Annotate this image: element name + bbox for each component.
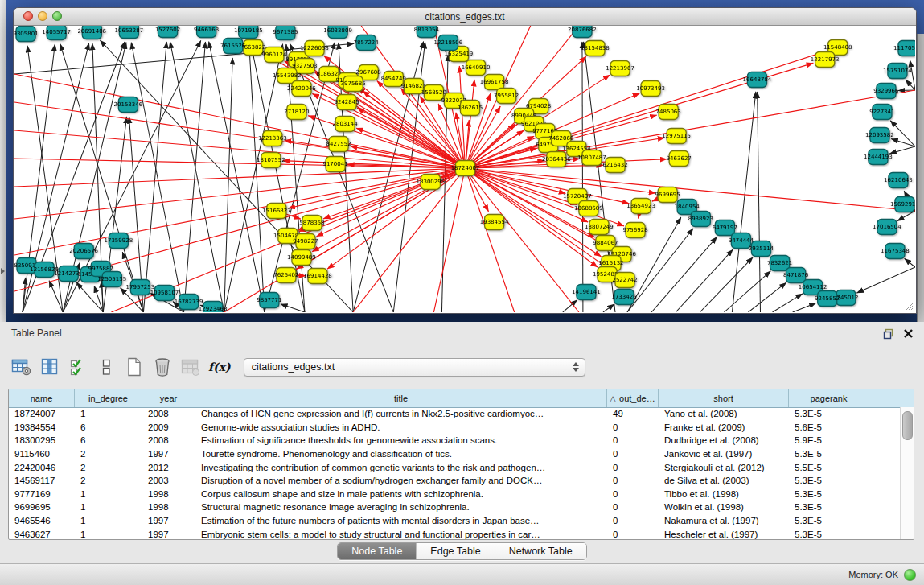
network-edge: [184, 42, 206, 312]
network-node-label: 14055717: [42, 30, 71, 36]
vertical-scrollbar[interactable]: [900, 407, 914, 539]
table-select-dropdown[interactable]: citations_edges.txt: [244, 358, 585, 377]
clear-selection-icon[interactable]: [96, 356, 117, 377]
network-node-label: 2935114: [749, 246, 774, 253]
network-node-label: 9245852: [815, 296, 840, 303]
new-column-icon[interactable]: [124, 356, 145, 377]
network-node-label: 16033809: [323, 28, 352, 35]
table-row[interactable]: 946362711997Embryonic stem cells: a mode…: [9, 527, 901, 539]
network-node-label: 16210643: [884, 178, 913, 184]
scrollbar-thumb[interactable]: [902, 411, 913, 440]
network-node-label: 22420046: [287, 86, 316, 93]
table-cell: Nakamura et al. (1997): [659, 516, 789, 525]
network-node-label: 1615132: [598, 261, 623, 267]
table-cell: 6: [75, 435, 142, 445]
float-panel-icon[interactable]: [883, 328, 895, 340]
network-edge: [466, 168, 515, 312]
network-node-label: 10654112: [799, 285, 827, 291]
table-cell: 49: [607, 409, 659, 418]
network-node-label: 16914428: [303, 274, 332, 280]
column-header-out_de[interactable]: △out_de…: [607, 389, 659, 407]
network-node-label: 12505135: [97, 277, 126, 283]
minimize-window-button[interactable]: [38, 11, 47, 21]
column-header-name[interactable]: name: [9, 389, 75, 407]
network-node-label: 18724007: [451, 166, 480, 172]
network-node-label: 9671385: [273, 30, 298, 36]
network-edge: [224, 58, 233, 312]
table-cell: 6: [75, 422, 142, 432]
network-node-label: 16782739: [175, 299, 203, 306]
table-cell: 5.9E-5: [789, 435, 869, 445]
table-row[interactable]: 2242004622012Investigating the contribut…: [9, 460, 901, 474]
close-panel-icon[interactable]: [903, 328, 914, 339]
table-cell: 5.3E-5: [789, 516, 869, 525]
column-header-pagerank[interactable]: pagerank: [789, 389, 869, 407]
table-settings-icon[interactable]: [11, 356, 32, 377]
network-canvas[interactable]: 1872400718300295193845547663822996012489…: [14, 26, 915, 312]
network-node-label: 9960124: [261, 52, 287, 59]
network-node-label: 14196141: [572, 290, 601, 296]
zoom-window-button[interactable]: [52, 11, 62, 21]
tab-network-table[interactable]: Network Table: [495, 543, 586, 559]
network-edge: [563, 300, 577, 312]
network-edge: [724, 271, 770, 312]
table-row[interactable]: 977716911998Corpus callosum shape and si…: [9, 488, 901, 501]
delete-column-icon[interactable]: [152, 356, 173, 377]
network-node-label: 8427552: [326, 142, 351, 148]
network-node-label: 2967608: [356, 70, 381, 76]
table-row[interactable]: 1872400712008Changes of HCN gene express…: [9, 407, 901, 421]
tab-node-table[interactable]: Node Table: [338, 543, 417, 559]
table-row[interactable]: 969969511998Structural magnetic resonanc…: [9, 501, 901, 514]
table-cell: 0: [607, 476, 659, 485]
table-cell: 2: [75, 476, 142, 485]
column-header-title[interactable]: title: [195, 389, 607, 407]
network-node-label: 7625402: [273, 273, 298, 279]
function-builder-icon[interactable]: f(x): [208, 360, 231, 373]
table-cell: 9777169: [9, 489, 75, 499]
table-cell: 5.3E-5: [789, 476, 869, 485]
table-cell: 1997: [142, 529, 195, 539]
network-node-label: 8186328: [316, 72, 341, 78]
table-row[interactable]: 1830029562008Estimation of significance …: [9, 434, 901, 447]
table-cell: Genome-wide association studies in ADHD.: [195, 422, 607, 432]
network-node-label: 3975685: [341, 81, 366, 88]
table-cell: 0: [607, 502, 659, 512]
panel-collapse-arrow-icon[interactable]: [1, 268, 5, 274]
table-tabs-segmented-control: Node Table Edge Table Network Table: [337, 542, 586, 560]
network-edge: [758, 92, 761, 312]
network-edge: [582, 42, 583, 312]
select-all-icon[interactable]: [68, 356, 88, 377]
tab-edge-table[interactable]: Edge Table: [417, 543, 495, 559]
column-header-in_degree[interactable]: in_degree: [75, 389, 142, 407]
table-row[interactable]: 946554611997Estimation of the future num…: [9, 514, 901, 528]
table-row[interactable]: 911546021997Tourette syndrome. Phenomeno…: [9, 447, 901, 461]
table-cell: 0: [607, 529, 659, 539]
memory-status-indicator[interactable]: [904, 569, 916, 581]
network-node-label: 12093582: [865, 133, 894, 139]
show-columns-icon[interactable]: [39, 356, 60, 377]
network-node-label: 12975115: [662, 134, 691, 140]
resize-grip[interactable]: [904, 301, 914, 311]
network-node-label: 10807487: [577, 155, 606, 162]
network-node-label: 7832621: [767, 261, 792, 267]
network-node-label: 14099489: [287, 255, 316, 262]
dropdown-arrows-icon: [573, 362, 579, 372]
delete-table-icon[interactable]: [180, 356, 201, 377]
table-row[interactable]: 1938455462009Genome-wide association stu…: [9, 421, 901, 435]
window-titlebar[interactable]: citations_edges.txt: [14, 8, 916, 26]
table-cell: Structural magnetic resonance image aver…: [195, 502, 607, 512]
table-cell: 2012: [142, 463, 195, 472]
close-window-button[interactable]: [23, 11, 33, 21]
network-node-label: 9756928: [622, 228, 647, 234]
network-node-label: 13654923: [626, 204, 655, 210]
network-edge: [905, 258, 915, 267]
network-node-label: 9242845: [334, 100, 359, 106]
table-row[interactable]: 1456911722003Disruption of a novel membe…: [9, 474, 901, 488]
table-cell: Dudbridge et al. (2008): [659, 435, 789, 445]
table-cell: 1: [75, 409, 142, 418]
network-edge: [676, 249, 733, 312]
column-header-year[interactable]: year: [142, 389, 195, 407]
table-cell: 9463627: [9, 529, 75, 539]
column-header-short[interactable]: short: [659, 389, 789, 407]
network-edge: [466, 168, 566, 193]
